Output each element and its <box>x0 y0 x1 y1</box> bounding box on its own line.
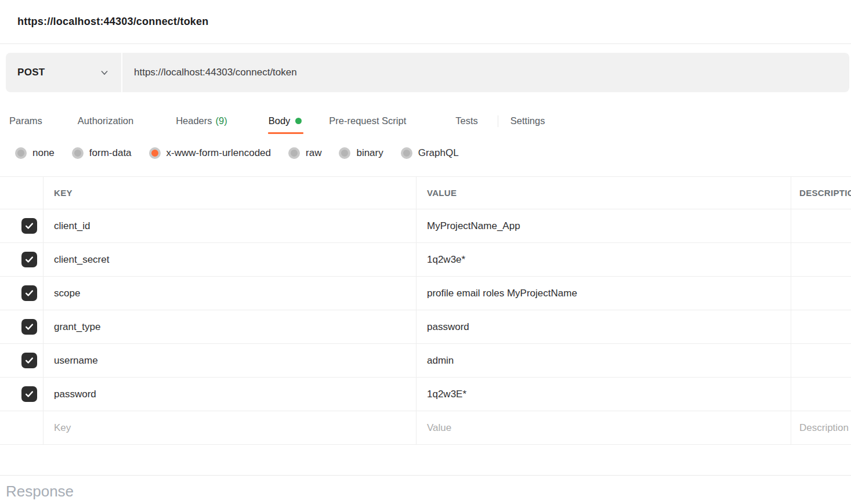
description-cell[interactable] <box>791 243 851 276</box>
tab-label: Headers <box>176 115 212 126</box>
method-dropdown[interactable]: POST <box>6 53 122 92</box>
row-checkbox[interactable] <box>21 386 37 402</box>
tab-body[interactable]: Body <box>269 107 302 135</box>
tab-headers[interactable]: Headers(9) <box>176 107 227 135</box>
radio-icon <box>339 147 350 159</box>
description-cell[interactable] <box>791 310 851 343</box>
rest-client-app: https://localhost:44303/connect/token PO… <box>0 0 851 504</box>
row-checkbox[interactable] <box>21 353 37 368</box>
tab-label: Authorization <box>78 115 133 126</box>
value-cell[interactable]: profile email roles MyProjectName <box>416 277 791 310</box>
new-value-input[interactable]: Value <box>416 411 791 444</box>
table-row: usernameadmin <box>0 344 851 378</box>
url-bar: POST https://localhost:44303/connect/tok… <box>6 53 849 92</box>
chevron-down-icon <box>99 67 110 78</box>
request-title: https://localhost:44303/connect/token <box>17 16 208 28</box>
method-label: POST <box>17 67 45 78</box>
key-cell[interactable]: client_secret <box>43 243 416 276</box>
tab-pre-request-script[interactable]: Pre-request Script <box>329 107 406 135</box>
value-cell[interactable]: 1q2w3e* <box>416 243 791 276</box>
body-mode-none[interactable]: none <box>15 147 55 159</box>
checkmark-icon <box>24 221 34 231</box>
checkbox-cell <box>0 344 43 377</box>
key-cell[interactable]: password <box>43 378 416 411</box>
value-cell[interactable]: admin <box>416 344 791 377</box>
new-key-input[interactable]: Key <box>43 411 416 444</box>
row-checkbox[interactable] <box>21 319 37 335</box>
checkbox-cell <box>0 310 43 343</box>
column-header-description: DESCRIPTION <box>791 177 851 209</box>
body-mode-label: none <box>32 147 55 159</box>
checkmark-icon <box>24 288 34 298</box>
table-row: scopeprofile email roles MyProjectName <box>0 277 851 310</box>
checkmark-icon <box>24 356 34 365</box>
request-title-bar: https://localhost:44303/connect/token <box>0 0 851 44</box>
new-row-checkbox-cell <box>0 411 43 444</box>
row-checkbox[interactable] <box>21 252 37 267</box>
table-row: password1q2w3E* <box>0 378 851 411</box>
row-checkbox[interactable] <box>21 218 37 234</box>
params-table: KEY VALUE DESCRIPTION client_idMyProject… <box>0 176 851 445</box>
header-checkbox-cell <box>0 177 43 209</box>
radio-icon <box>401 147 412 159</box>
tab-label: Tests <box>455 115 478 126</box>
response-section-label: Response <box>6 483 851 501</box>
tab-label: Body <box>269 115 291 126</box>
body-mode-binary[interactable]: binary <box>339 147 383 159</box>
new-param-row: Key Value Description <box>0 411 851 445</box>
value-cell[interactable]: 1q2w3E* <box>416 378 791 411</box>
body-mode-label: x-www-form-urlencoded <box>166 147 271 159</box>
description-cell[interactable] <box>791 378 851 411</box>
body-mode-x-www-form-urlencoded[interactable]: x-www-form-urlencoded <box>149 147 271 159</box>
key-cell[interactable]: client_id <box>43 209 416 242</box>
value-cell[interactable]: MyProjectName_App <box>416 209 791 242</box>
tab-settings[interactable]: Settings <box>510 107 545 135</box>
checkbox-cell <box>0 243 43 276</box>
table-row: grant_typepassword <box>0 310 851 344</box>
radio-icon <box>72 147 84 159</box>
body-mode-label: binary <box>356 147 383 159</box>
table-header-row: KEY VALUE DESCRIPTION <box>0 177 851 209</box>
key-cell[interactable]: username <box>43 344 416 377</box>
table-row: client_secret1q2w3e* <box>0 243 851 277</box>
new-description-input[interactable]: Description <box>791 411 851 444</box>
checkmark-icon <box>24 389 34 399</box>
body-mode-options: noneform-datax-www-form-urlencodedrawbin… <box>0 143 851 164</box>
tab-params[interactable]: Params <box>9 107 42 135</box>
checkbox-cell <box>0 209 43 242</box>
body-has-content-dot <box>295 118 302 124</box>
body-mode-label: GraphQL <box>418 147 459 159</box>
radio-icon <box>15 147 27 159</box>
radio-icon <box>149 147 161 159</box>
radio-icon <box>288 147 300 159</box>
response-section: Response <box>0 475 851 501</box>
body-mode-graphql[interactable]: GraphQL <box>401 147 459 159</box>
description-cell[interactable] <box>791 209 851 242</box>
key-cell[interactable]: scope <box>43 277 416 310</box>
checkbox-cell <box>0 277 43 310</box>
checkbox-cell <box>0 378 43 411</box>
value-cell[interactable]: password <box>416 310 791 343</box>
tab-label: Params <box>9 115 42 126</box>
body-mode-raw[interactable]: raw <box>288 147 321 159</box>
checkmark-icon <box>24 322 34 332</box>
row-checkbox[interactable] <box>21 285 37 301</box>
tab-authorization[interactable]: Authorization <box>78 107 133 135</box>
body-mode-form-data[interactable]: form-data <box>72 147 132 159</box>
key-cell[interactable]: grant_type <box>43 310 416 343</box>
url-row: POST https://localhost:44303/connect/tok… <box>0 44 851 92</box>
column-header-value: VALUE <box>416 177 791 209</box>
description-cell[interactable] <box>791 277 851 310</box>
tab-divider <box>498 115 498 127</box>
description-cell[interactable] <box>791 344 851 377</box>
column-header-key: KEY <box>43 177 416 209</box>
tab-tests[interactable]: Tests <box>455 107 478 135</box>
url-input[interactable]: https://localhost:44303/connect/token <box>122 53 849 92</box>
table-row: client_idMyProjectName_App <box>0 209 851 243</box>
tab-label: Pre-request Script <box>329 115 406 126</box>
body-mode-label: raw <box>306 147 321 159</box>
headers-count-badge: (9) <box>216 115 227 126</box>
checkmark-icon <box>24 255 34 264</box>
body-mode-label: form-data <box>89 147 132 159</box>
tab-label: Settings <box>510 115 545 126</box>
